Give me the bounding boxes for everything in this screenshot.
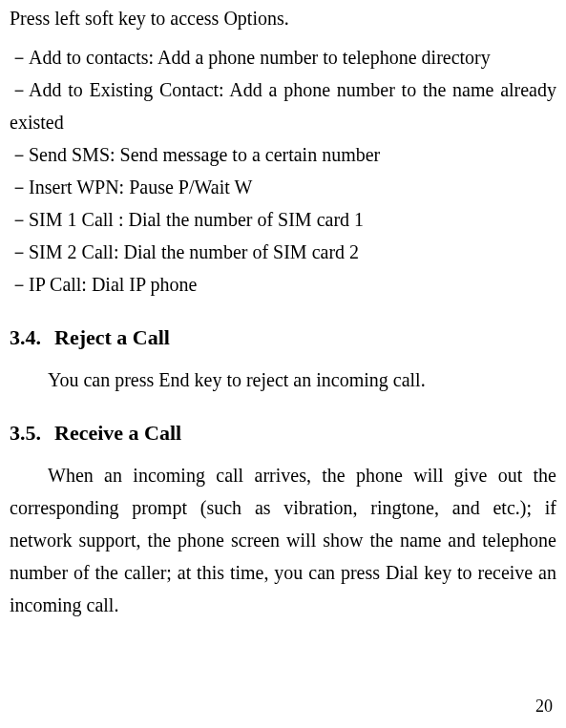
dash: － [10,177,29,198]
dash: － [10,47,29,68]
intro-text: Press left soft key to access Options. [10,8,556,30]
section-heading-receive: 3.5.Receive a Call [10,421,556,446]
option-item: －Send SMS: Send message to a certain num… [10,138,556,171]
option-text: SIM 2 Call: Dial the number of SIM card … [29,241,359,262]
dash: － [10,241,29,262]
options-list: －Add to contacts: Add a phone number to … [10,41,556,301]
option-item: －Add to Existing Contact: Add a phone nu… [10,73,556,138]
dash: － [10,144,29,165]
option-text: Send SMS: Send message to a certain numb… [29,144,380,165]
dash: － [10,274,29,295]
section-number: 3.4. [10,325,41,349]
option-item: －SIM 2 Call: Dial the number of SIM card… [10,236,556,268]
section-heading-reject: 3.4.Reject a Call [10,325,556,350]
option-item: －Insert WPN: Pause P/Wait W [10,171,556,203]
option-text: SIM 1 Call : Dial the number of SIM card… [29,209,364,230]
dash: － [10,79,29,100]
section-title: Receive a Call [54,421,181,445]
option-text: Add to Existing Contact: Add a phone num… [10,79,556,133]
option-item: －IP Call: Dial IP phone [10,268,556,301]
option-item: －Add to contacts: Add a phone number to … [10,41,556,73]
page-number: 20 [535,697,553,717]
option-text: Insert WPN: Pause P/Wait W [29,177,252,198]
option-text: Add to contacts: Add a phone number to t… [29,47,491,68]
section-body-reject: You can press End key to reject an incom… [10,364,556,396]
option-text: IP Call: Dial IP phone [29,274,197,295]
section-number: 3.5. [10,421,41,445]
section-body-receive: When an incoming call arrives, the phone… [10,459,556,621]
option-item: －SIM 1 Call : Dial the number of SIM car… [10,203,556,236]
dash: － [10,209,29,230]
section-title: Reject a Call [54,325,170,349]
